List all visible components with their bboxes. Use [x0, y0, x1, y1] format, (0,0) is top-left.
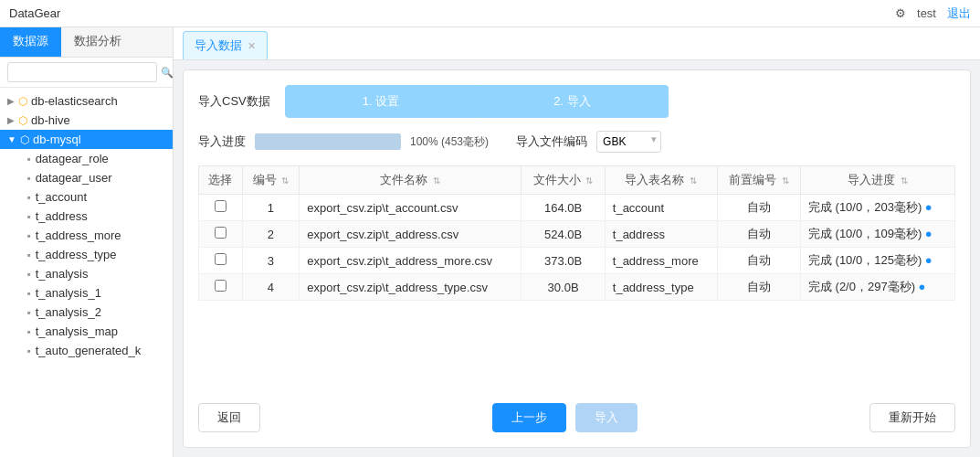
cell-prefix: 自动 [717, 195, 800, 221]
done-icon: ● [925, 227, 933, 240]
sidebar-search-bar: 🔍 + ▾ [0, 58, 173, 88]
col-prefix[interactable]: 前置编号 ⇅ [717, 166, 800, 195]
tree-item-t_address[interactable]: t_address [20, 207, 173, 226]
tree-item-t_analysis_1[interactable]: t_analysis_1 [20, 283, 173, 303]
tree-item-t_address_more[interactable]: t_address_more [20, 226, 173, 245]
content-area: 导入数据 ✕ 导入CSV数据 1. 设置 2. 导入 导入进度 100% (45 [174, 27, 980, 457]
db-icon: ⬡ [18, 114, 27, 127]
child-label: t_address_more [36, 228, 121, 242]
db-icon: ⬡ [20, 133, 29, 146]
cell-filename: export_csv.zip\t_address_more.csv [300, 248, 522, 274]
logout-button[interactable]: 退出 [947, 5, 971, 22]
sidebar: 数据源 数据分析 🔍 + ▾ ▶ ⬡ db-elasticsearch ▶ ⬡ … [0, 27, 174, 457]
cell-no: 2 [242, 221, 300, 248]
tab-bar: 导入数据 ✕ [174, 27, 980, 60]
sort-icon: ⇅ [433, 175, 440, 186]
cell-select[interactable] [199, 274, 243, 301]
col-filename[interactable]: 文件名称 ⇅ [300, 166, 522, 195]
progress-bar-fill [255, 133, 401, 150]
sidebar-tabs: 数据源 数据分析 [0, 27, 173, 58]
cell-filesize: 164.0B [522, 195, 605, 221]
cell-select[interactable] [199, 248, 243, 274]
tab-import-data[interactable]: 导入数据 ✕ [183, 31, 268, 59]
cell-tablename: t_account [605, 195, 717, 221]
encoding-select-wrap: GBK UTF-8 GB2312 [596, 131, 661, 153]
tree-item-datagear_user[interactable]: datagear_user [20, 168, 173, 187]
encoding-label: 导入文件编码 [516, 133, 587, 150]
cell-progress: 完成 (10/0，109毫秒) ● [800, 221, 954, 248]
tree-item-t_analysis[interactable]: t_analysis [20, 264, 173, 283]
cell-progress: 完成 (2/0，297毫秒) ● [800, 274, 954, 301]
sidebar-tree: ▶ ⬡ db-elasticsearch ▶ ⬡ db-hive ▼ ⬡ db-… [0, 88, 173, 457]
tree-item-t_analysis_2[interactable]: t_analysis_2 [20, 303, 173, 322]
cell-select[interactable] [199, 195, 243, 221]
col-tablename[interactable]: 导入表名称 ⇅ [605, 166, 717, 195]
child-label: t_address [36, 209, 88, 223]
cell-select[interactable] [199, 221, 243, 248]
tab-analysis[interactable]: 数据分析 [61, 27, 134, 57]
child-label: t_auto_generated_k [36, 344, 142, 357]
row-checkbox[interactable] [215, 200, 227, 212]
row-checkbox[interactable] [215, 227, 227, 239]
back-button[interactable]: 返回 [198, 403, 260, 432]
table-header-row: 选择 编号 ⇅ 文件名称 ⇅ 文件大小 ⇅ 导入表名称 ⇅ 前置编号 ⇅ 导入进… [199, 166, 955, 195]
tree-item-t_analysis_map[interactable]: t_analysis_map [20, 322, 173, 341]
col-progress[interactable]: 导入进度 ⇅ [800, 166, 954, 195]
tree-item-t_address_type[interactable]: t_address_type [20, 245, 173, 264]
tree-label: db-elasticsearch [31, 94, 118, 108]
cell-no: 4 [242, 274, 300, 301]
col-select: 选择 [199, 166, 243, 195]
encoding-select[interactable]: GBK UTF-8 GB2312 [596, 131, 661, 153]
cell-filesize: 524.0B [522, 221, 605, 248]
import-button[interactable]: 导入 [575, 403, 638, 432]
cell-filesize: 373.0B [522, 248, 605, 274]
progress-bar-container [255, 133, 401, 150]
cell-filename: export_csv.zip\t_account.csv [300, 195, 522, 221]
center-buttons: 上一步 导入 [492, 403, 638, 432]
settings-icon[interactable]: ⚙ [895, 6, 906, 20]
tree-item-t_account[interactable]: t_account [20, 187, 173, 207]
cell-progress: 完成 (10/0，203毫秒) ● [800, 195, 954, 221]
tree-item-t_auto_generated_k[interactable]: t_auto_generated_k [20, 341, 173, 360]
search-input[interactable] [7, 62, 157, 82]
step-1: 1. 设置 [285, 85, 478, 118]
child-label: t_account [36, 190, 87, 204]
step-2: 2. 导入 [477, 85, 669, 118]
tree-item-datagear_role[interactable]: datagear_role [20, 149, 173, 168]
row-checkbox[interactable] [215, 280, 227, 292]
import-panel: 导入CSV数据 1. 设置 2. 导入 导入进度 100% (453毫秒) 导入… [183, 69, 971, 448]
search-icon: 🔍 [161, 67, 174, 79]
tab-datasource[interactable]: 数据源 [0, 27, 61, 57]
cell-prefix: 自动 [717, 221, 800, 248]
cell-tablename: t_address_more [605, 248, 717, 274]
cell-tablename: t_address [605, 221, 717, 248]
table-row: 1 export_csv.zip\t_account.csv 164.0B t_… [199, 195, 955, 221]
tree-item-db-hive[interactable]: ▶ ⬡ db-hive [0, 111, 173, 130]
col-no[interactable]: 编号 ⇅ [242, 166, 300, 195]
tree-item-db-elasticsearch[interactable]: ▶ ⬡ db-elasticsearch [0, 91, 173, 111]
table-row: 3 export_csv.zip\t_address_more.csv 373.… [199, 248, 955, 274]
sort-icon: ⇅ [782, 175, 789, 186]
main-layout: 数据源 数据分析 🔍 + ▾ ▶ ⬡ db-elasticsearch ▶ ⬡ … [0, 27, 980, 457]
tree-label: db-mysql [33, 133, 81, 146]
col-filesize[interactable]: 文件大小 ⇅ [522, 166, 605, 195]
tree-item-db-mysql[interactable]: ▼ ⬡ db-mysql [0, 130, 173, 149]
bottom-actions: 返回 上一步 导入 重新开始 [198, 403, 955, 432]
restart-button[interactable]: 重新开始 [869, 403, 955, 432]
child-label: t_analysis_2 [36, 305, 101, 319]
done-icon: ● [919, 280, 926, 293]
tab-label: 导入数据 [195, 37, 242, 54]
tree-children-db-mysql: datagear_role datagear_user t_account t_… [0, 149, 173, 360]
row-checkbox[interactable] [215, 253, 227, 265]
prev-step-button[interactable]: 上一步 [492, 403, 566, 432]
data-table: 选择 编号 ⇅ 文件名称 ⇅ 文件大小 ⇅ 导入表名称 ⇅ 前置编号 ⇅ 导入进… [198, 165, 955, 301]
cell-prefix: 自动 [717, 274, 800, 301]
cell-filename: export_csv.zip\t_address.csv [300, 221, 522, 248]
child-label: t_analysis_1 [36, 286, 101, 300]
table-row: 4 export_csv.zip\t_address_type.csv 30.0… [199, 274, 955, 301]
progress-label: 导入进度 [198, 133, 246, 150]
cell-filename: export_csv.zip\t_address_type.csv [300, 274, 522, 301]
close-icon[interactable]: ✕ [248, 40, 256, 52]
db-icon: ⬡ [18, 95, 27, 108]
cell-filesize: 30.0B [522, 274, 605, 301]
